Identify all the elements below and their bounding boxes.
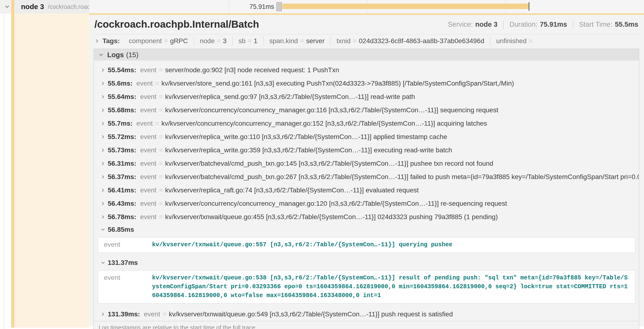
chevron-right-icon[interactable] bbox=[98, 68, 108, 73]
chevron-down-icon[interactable] bbox=[4, 4, 10, 10]
log-field-value: kv/kvserver/replica_send.go:97 [n3,s3,r6… bbox=[165, 93, 639, 100]
log-detail-table: event kv/kvserver/txnwait/queue.go:538 [… bbox=[98, 270, 636, 304]
log-field-value: kv/kvserver/concurrency/concurrency_mana… bbox=[165, 200, 639, 208]
chevron-right-icon[interactable] bbox=[98, 201, 108, 206]
span-bar-end-marker bbox=[529, 2, 529, 11]
log-row[interactable]: 56.37ms: event = kv/kvserver/batcheval/c… bbox=[94, 170, 639, 184]
log-row[interactable]: 56.41ms: event = kv/kvserver/replica_raf… bbox=[94, 184, 639, 197]
span-row-header: node 3 /cockroach.roach… 75.91ms bbox=[14, 0, 644, 13]
chevron-right-icon[interactable] bbox=[98, 174, 108, 180]
log-field-key: event bbox=[140, 160, 156, 167]
meta-value: 55.5ms bbox=[615, 20, 638, 28]
meta-label: Service: bbox=[448, 20, 473, 28]
chevron-right-icon[interactable] bbox=[98, 108, 108, 113]
logs-footer-note: Log timestamps are relative to the start… bbox=[94, 321, 639, 329]
equals-sign: = bbox=[159, 200, 162, 208]
chevron-right-icon[interactable] bbox=[98, 94, 108, 100]
log-field-key: event bbox=[140, 200, 156, 208]
span-meta: Service: node 3 Duration: 75.91ms Start … bbox=[448, 20, 638, 28]
log-timestamp: 55.73ms: bbox=[108, 146, 136, 154]
tags-list: component = gRPC node = 3 sb = 1 span.ki… bbox=[123, 36, 540, 46]
chevron-right-icon[interactable] bbox=[94, 38, 100, 44]
log-field-key: event bbox=[136, 80, 153, 87]
selected-span-name-column[interactable] bbox=[14, 13, 89, 328]
log-row-expanded[interactable]: 131.37ms bbox=[94, 257, 639, 269]
log-row[interactable]: 55.73ms: event = kv/kvserver/replica_wri… bbox=[94, 144, 639, 157]
span-meta-item: Service: node 3 bbox=[448, 20, 498, 28]
span-meta-item: Start Time: 55.5ms bbox=[573, 20, 638, 28]
tag-item[interactable]: component = gRPC bbox=[123, 36, 194, 46]
span-service-name: node 3 bbox=[21, 2, 44, 11]
log-row[interactable]: 55.64ms: event = kv/kvserver/replica_sen… bbox=[94, 90, 639, 104]
chevron-down-icon[interactable] bbox=[98, 227, 108, 232]
log-row[interactable]: 56.78ms: event = kv/kvserver/txnwait/que… bbox=[94, 210, 639, 224]
log-timestamp: 56.43ms: bbox=[108, 200, 136, 208]
span-color-stripe bbox=[11, 0, 14, 328]
log-timestamp: 55.64ms: bbox=[108, 93, 136, 100]
span-operation-name: /cockroach.roach… bbox=[48, 3, 89, 10]
log-detail-key: event bbox=[98, 270, 152, 282]
chevron-right-icon[interactable] bbox=[98, 312, 108, 317]
equals-sign: = bbox=[162, 310, 166, 318]
span-duration-bar[interactable] bbox=[282, 4, 529, 9]
log-field-key: event bbox=[140, 186, 156, 194]
chevron-right-icon[interactable] bbox=[98, 148, 108, 153]
log-field-value: kv/kvserver/replica_raft.go:74 [n3,s3,r6… bbox=[165, 186, 639, 194]
tag-key: sb bbox=[238, 37, 246, 45]
chevron-down-icon[interactable] bbox=[98, 52, 104, 58]
chevron-right-icon[interactable] bbox=[98, 121, 108, 126]
equals-sign: = bbox=[159, 173, 162, 181]
equals-sign: = bbox=[159, 213, 162, 221]
tags-row[interactable]: Tags: component = gRPC node = 3 sb = 1 s… bbox=[94, 34, 639, 48]
log-field-key: event bbox=[136, 120, 153, 127]
span-title: /cockroach.roachpb.Internal/Batch bbox=[94, 18, 259, 30]
chevron-right-icon[interactable] bbox=[98, 161, 108, 166]
tags-section-label[interactable]: Tags: bbox=[102, 37, 120, 45]
log-row[interactable]: 55.6ms: event = kv/kvserver/store_send.g… bbox=[94, 77, 639, 90]
log-row[interactable]: 55.54ms: event = server/node.go:902 [n3]… bbox=[94, 64, 639, 77]
log-field-value: kv/kvserver/concurrency/concurrency_mana… bbox=[161, 120, 639, 127]
chevron-right-icon[interactable] bbox=[98, 81, 108, 86]
equals-sign: = bbox=[248, 37, 252, 45]
chevron-right-icon[interactable] bbox=[98, 188, 108, 193]
tag-item[interactable]: unfinished = bbox=[490, 36, 540, 46]
tag-value: 1 bbox=[254, 37, 258, 45]
span-name-tab[interactable]: node 3 /cockroach.roach… bbox=[14, 0, 89, 13]
equals-sign: = bbox=[159, 146, 162, 154]
logs-title: Logs bbox=[107, 51, 124, 59]
tag-item[interactable]: span.kind = server bbox=[263, 36, 330, 46]
log-timestamp: 56.31ms: bbox=[108, 160, 136, 167]
tag-item[interactable]: node = 3 bbox=[194, 36, 232, 46]
logs-count: (15) bbox=[126, 51, 138, 59]
logs-header[interactable]: Logs (15) bbox=[94, 49, 639, 60]
log-row[interactable]: 55.72ms: event = kv/kvserver/replica_wri… bbox=[94, 130, 639, 144]
log-row[interactable]: 56.31ms: event = kv/kvserver/batcheval/c… bbox=[94, 157, 639, 170]
log-row[interactable]: 56.43ms: event = kv/kvserver/concurrency… bbox=[94, 197, 639, 210]
log-timestamp: 56.85ms bbox=[108, 226, 134, 234]
log-row[interactable]: 55.7ms: event = kv/kvserver/concurrency/… bbox=[94, 117, 639, 130]
log-field-value: kv/kvserver/concurrency/concurrency_mana… bbox=[165, 106, 639, 114]
log-field-key: event bbox=[140, 213, 156, 221]
tag-item[interactable]: txnid = 024d3323-6c8f-4863-aa8b-37ab0e63… bbox=[330, 36, 490, 46]
tag-key: component bbox=[129, 37, 162, 45]
log-timestamp: 55.54ms: bbox=[108, 66, 136, 74]
log-field-value: server/node.go:902 [n3] node received re… bbox=[165, 66, 639, 74]
meta-value: 75.91ms bbox=[540, 20, 567, 28]
log-row[interactable]: 55.68ms: event = kv/kvserver/concurrency… bbox=[94, 104, 639, 117]
log-row[interactable]: 131.39ms: event = kv/kvserver/txnwait/qu… bbox=[94, 308, 639, 321]
equals-sign: = bbox=[159, 160, 162, 167]
log-row-expanded[interactable]: 56.85ms bbox=[94, 224, 639, 236]
chevron-right-icon[interactable] bbox=[98, 134, 108, 140]
logs-body: 55.54ms: event = server/node.go:902 [n3]… bbox=[94, 60, 639, 321]
log-field-value: kv/kvserver/txnwait/queue.go:455 [n3,s3,… bbox=[165, 213, 639, 221]
chevron-right-icon[interactable] bbox=[98, 214, 108, 220]
tag-item[interactable]: sb = 1 bbox=[232, 36, 263, 46]
equals-sign: = bbox=[159, 133, 162, 141]
log-detail-key: event bbox=[98, 238, 152, 248]
log-timestamp: 131.37ms bbox=[108, 259, 138, 266]
chevron-down-icon[interactable] bbox=[98, 260, 108, 265]
span-detail-header: /cockroach.roachpb.Internal/Batch Servic… bbox=[94, 15, 639, 30]
equals-sign: = bbox=[164, 37, 168, 45]
log-timestamp: 55.6ms: bbox=[108, 80, 132, 87]
tree-guide-line bbox=[4, 0, 4, 329]
